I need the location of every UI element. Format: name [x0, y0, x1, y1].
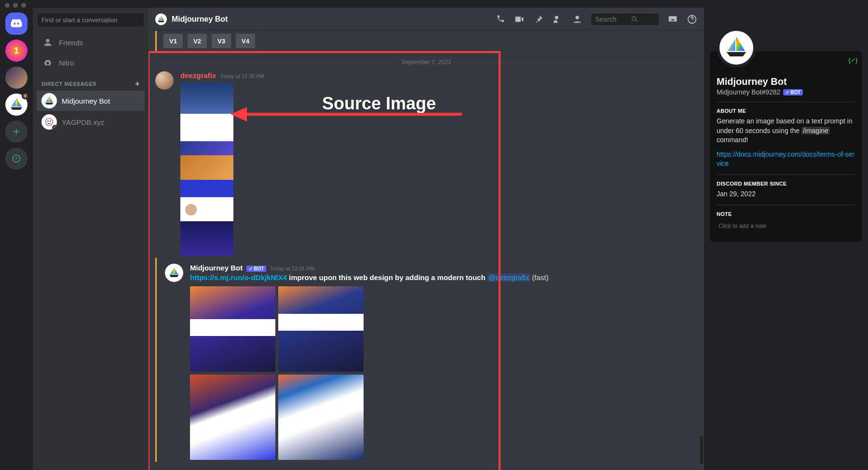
dm-column: Find or start a conversation Friends Nit… — [33, 8, 149, 470]
explore-servers-button[interactable] — [5, 148, 27, 170]
dm-midjourney-bot[interactable]: Midjourney Bot — [37, 91, 145, 111]
message-bot-response: Midjourney Bot ✓ BOT Today at 12:31 PM h… — [155, 258, 704, 462]
compass-icon — [12, 154, 21, 163]
friends-tab[interactable]: Friends — [37, 33, 145, 52]
message-username[interactable]: Midjourney Bot — [190, 264, 243, 272]
video-call-icon[interactable] — [514, 14, 525, 25]
server-2[interactable] — [5, 67, 27, 89]
titlebar — [0, 0, 868, 8]
dm-item-label: Midjourney Bot — [62, 97, 110, 105]
svg-point-5 — [632, 16, 636, 20]
midjourney-avatar-icon — [41, 93, 57, 108]
bot-avatar-icon[interactable] — [165, 264, 183, 282]
discord-logo-icon — [10, 17, 23, 30]
add-server-button[interactable]: + — [5, 121, 27, 143]
traffic-zoom[interactable] — [21, 3, 26, 8]
v2-button[interactable]: V2 — [188, 34, 207, 48]
scrollbar-thumb[interactable] — [700, 436, 703, 464]
tos-link[interactable]: https://docs.midjourney.com/docs/terms-o… — [717, 150, 855, 169]
profile-card: {✓} Midjourney Bot Midjourney Bot#9282 ✓… — [710, 51, 862, 242]
traffic-close[interactable] — [5, 3, 10, 8]
friends-label: Friends — [59, 39, 83, 47]
status-offline-icon — [52, 125, 57, 130]
variation-buttons: V1 V2 V3 V4 — [160, 31, 704, 53]
dm-item-label: YAGPDB.xyz — [62, 118, 104, 126]
yagpdb-avatar-icon — [41, 114, 57, 130]
about-me-label: ABOUT ME — [717, 108, 855, 114]
server-list: 1 🔇 + — [0, 8, 33, 470]
header-avatar-icon — [155, 13, 167, 25]
nitro-tab[interactable]: Nitro — [37, 54, 145, 72]
nitro-icon — [42, 57, 53, 68]
uploaded-image[interactable] — [180, 82, 233, 256]
add-friends-icon[interactable] — [553, 14, 563, 25]
message-user-upload: deezgrafix Today at 12:30 PM — [155, 66, 704, 258]
member-since-value: Jan 29, 2022 — [717, 189, 855, 199]
svg-point-2 — [47, 121, 49, 122]
discord-home[interactable] — [5, 13, 27, 35]
profile-panel: {✓} Midjourney Bot Midjourney Bot#9282 ✓… — [704, 8, 868, 470]
dm-section-header: DIRECT MESSAGES + — [33, 73, 149, 90]
note-label: NOTE — [717, 211, 855, 217]
message-content: https://s.mj.run/o-dDkjkNlX4 improve upo… — [190, 273, 704, 282]
about-me-text: Generate an image based on a text prompt… — [717, 117, 855, 145]
traffic-minimize[interactable] — [13, 3, 18, 8]
profile-tag: Midjourney Bot#9282 — [717, 88, 780, 96]
server-3[interactable]: 🔇 — [5, 94, 27, 116]
bot-tag: ✓ BOT — [783, 89, 803, 95]
svg-point-1 — [46, 119, 53, 126]
generated-image-grid[interactable] — [190, 286, 364, 460]
generated-image-3 — [190, 375, 275, 460]
generated-image-2 — [278, 286, 364, 372]
search-input[interactable]: Search — [591, 13, 659, 25]
create-dm-button[interactable]: + — [135, 80, 140, 88]
bot-tag: ✓ BOT — [246, 266, 266, 272]
imagine-command: /imagine — [801, 127, 830, 134]
user-profile-icon[interactable] — [572, 14, 583, 25]
profile-name: Midjourney Bot — [717, 76, 855, 87]
generated-image-1 — [190, 286, 275, 372]
user-mention[interactable]: @deezgrafix — [488, 273, 530, 282]
server-1-badge: 1 — [14, 46, 19, 56]
member-since-label: DISCORD MEMBER SINCE — [717, 181, 855, 187]
source-url-link[interactable]: https://s.mj.run/o-dDkjkNlX4 — [190, 273, 287, 282]
user-avatar-icon[interactable] — [155, 71, 174, 90]
v3-button[interactable]: V3 — [212, 34, 231, 48]
mute-indicator-icon: 🔇 — [22, 93, 28, 99]
header-title: Midjourney Bot — [172, 15, 228, 24]
sailboat-icon — [9, 97, 24, 112]
message-timestamp: Today at 12:30 PM — [220, 73, 264, 79]
svg-point-4 — [575, 15, 579, 19]
svg-point-3 — [50, 121, 51, 122]
profile-avatar-icon[interactable] — [717, 28, 756, 67]
chat-scroll[interactable]: V1 V2 V3 V4 September 7, 2023 deezgrafix… — [149, 31, 704, 470]
date-divider: September 7, 2023 — [155, 59, 697, 66]
dm-yagpdb[interactable]: YAGPDB.xyz — [37, 112, 145, 132]
voice-call-icon[interactable] — [495, 14, 505, 25]
v1-button[interactable]: V1 — [163, 34, 183, 48]
message-timestamp: Today at 12:31 PM — [270, 266, 314, 271]
help-icon[interactable] — [687, 14, 697, 25]
chat-header: Midjourney Bot Search — [149, 8, 704, 31]
message-username[interactable]: deezgrafix — [180, 71, 216, 80]
quick-switcher[interactable]: Find or start a conversation — [38, 13, 144, 27]
main-chat: Midjourney Bot Search V1 V2 — [149, 8, 704, 470]
server-1[interactable]: 1 — [5, 40, 27, 62]
search-icon — [631, 15, 638, 23]
pinned-messages-icon[interactable] — [533, 14, 544, 25]
v4-button[interactable]: V4 — [236, 34, 255, 48]
note-input[interactable] — [717, 220, 855, 232]
nitro-label: Nitro — [59, 59, 74, 67]
inbox-icon[interactable] — [667, 14, 678, 25]
generated-image-4 — [278, 375, 364, 460]
dev-badge[interactable]: {✓} — [848, 55, 858, 66]
friends-icon — [42, 37, 53, 48]
